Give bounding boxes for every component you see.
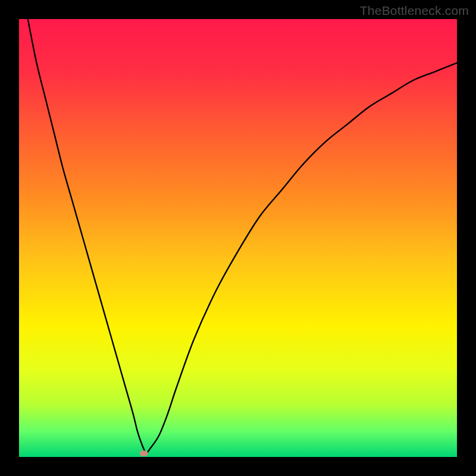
chart-frame: TheBottleneck.com [0,0,476,476]
chart-plot [19,19,457,457]
optimal-marker [140,450,148,456]
chart-svg [19,19,457,457]
watermark-text: TheBottleneck.com [360,4,469,18]
gradient-background [19,19,457,457]
